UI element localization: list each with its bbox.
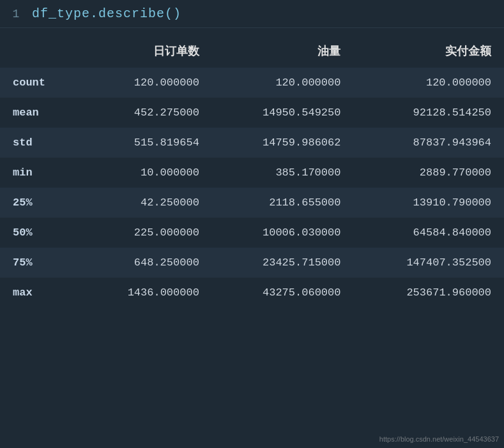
row-col3: 64584.840000 [353,218,504,248]
header-index [0,34,79,68]
row-col1: 42.250000 [79,188,212,218]
row-col1: 225.000000 [79,218,212,248]
row-col2: 14950.549250 [212,98,354,128]
header-daily-orders: 日订单数 [79,34,212,68]
table-row: 25%42.2500002118.65500013910.790000 [0,188,504,218]
row-label: 75% [0,248,79,278]
row-col3: 2889.770000 [353,158,504,188]
line-number: 1 [0,8,32,20]
watermark: https://blog.csdn.net/weixin_44543637 [379,435,499,443]
table-row: count120.000000120.000000120.000000 [0,68,504,98]
header-oil-volume: 油量 [212,34,354,68]
row-col3: 120.000000 [353,68,504,98]
row-label: std [0,128,79,158]
row-col1: 452.275000 [79,98,212,128]
table-row: 50%225.00000010006.03000064584.840000 [0,218,504,248]
table-row: min10.000000385.1700002889.770000 [0,158,504,188]
row-col1: 10.000000 [79,158,212,188]
row-col3: 253671.960000 [353,278,504,308]
table-row: 75%648.25000023425.715000147407.352500 [0,248,504,278]
table-container: 日订单数 油量 实付金额 count120.000000120.00000012… [0,28,504,314]
row-col2: 14759.986062 [212,128,354,158]
row-label: 25% [0,188,79,218]
row-col2: 23425.715000 [212,248,354,278]
row-col1: 648.250000 [79,248,212,278]
table-row: max1436.00000043275.060000253671.960000 [0,278,504,308]
row-label: min [0,158,79,188]
row-col2: 385.170000 [212,158,354,188]
code-text: df_type.describe() [32,6,181,21]
row-col3: 87837.943964 [353,128,504,158]
row-col2: 10006.030000 [212,218,354,248]
table-header-row: 日订单数 油量 实付金额 [0,34,504,68]
code-line: 1 df_type.describe() [0,0,504,28]
row-col1: 1436.000000 [79,278,212,308]
row-label: 50% [0,218,79,248]
row-col3: 13910.790000 [353,188,504,218]
table-row: std515.81965414759.98606287837.943964 [0,128,504,158]
table-row: mean452.27500014950.54925092128.514250 [0,98,504,128]
row-col3: 147407.352500 [353,248,504,278]
row-label: count [0,68,79,98]
row-label: max [0,278,79,308]
row-col1: 515.819654 [79,128,212,158]
row-col2: 43275.060000 [212,278,354,308]
header-actual-payment: 实付金额 [353,34,504,68]
row-col2: 2118.655000 [212,188,354,218]
describe-table: 日订单数 油量 实付金额 count120.000000120.00000012… [0,34,504,308]
row-col3: 92128.514250 [353,98,504,128]
row-label: mean [0,98,79,128]
row-col1: 120.000000 [79,68,212,98]
row-col2: 120.000000 [212,68,354,98]
